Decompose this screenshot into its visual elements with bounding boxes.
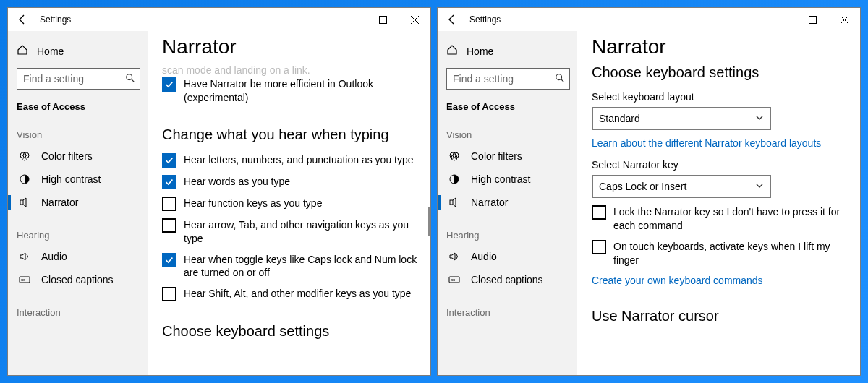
sidebar: Home Find a setting Ease of Access Visio… <box>8 31 148 375</box>
sidebar-category: Ease of Access <box>438 97 577 125</box>
checkbox-hear-letters[interactable] <box>162 153 176 168</box>
checkbox-lock-narrator-key-label: Lock the Narrator key so I don't have to… <box>613 205 848 233</box>
section-cursor-title: Use Narrator cursor <box>592 308 848 324</box>
checkbox-hear-toggle[interactable] <box>162 253 176 267</box>
sidebar-item-narrator[interactable]: Narrator <box>8 191 148 214</box>
page-title: Narrator <box>162 35 419 59</box>
sidebar-item-label: Audio <box>471 251 497 262</box>
commands-link[interactable]: Create your own keyboard commands <box>592 275 848 286</box>
search-input[interactable]: Find a setting <box>446 68 570 90</box>
group-hearing: Hearing <box>438 225 577 245</box>
checkbox-touch-keyboard[interactable] <box>592 240 606 254</box>
section-typing-title: Change what you hear when typing <box>162 126 419 143</box>
svg-text:cc: cc <box>21 277 25 282</box>
minimize-button[interactable] <box>765 9 796 30</box>
chevron-down-icon <box>755 181 764 192</box>
section-keyboard-title: Choose keyboard settings <box>592 64 848 81</box>
sidebar-item-label: High contrast <box>41 173 101 185</box>
section-keyboard-title: Choose keyboard settings <box>162 323 419 340</box>
svg-point-10 <box>556 74 562 79</box>
sidebar-item-label: Narrator <box>471 197 508 208</box>
maximize-button[interactable] <box>367 9 399 30</box>
checkbox-touch-keyboard-label: On touch keyboards, activate keys when I… <box>613 240 848 267</box>
closed-captions-icon: cc <box>448 274 461 285</box>
search-icon <box>555 73 565 85</box>
checkbox-hear-function-label: Hear function keys as you type <box>184 197 322 210</box>
sidebar: Home Find a setting Ease of Access Visio… <box>438 31 577 375</box>
sidebar-home-label: Home <box>37 46 64 57</box>
narrator-icon <box>448 197 461 208</box>
home-icon <box>446 44 458 58</box>
minimize-button[interactable] <box>335 9 367 30</box>
group-vision: Vision <box>438 125 577 145</box>
checkbox-hear-function[interactable] <box>162 197 176 211</box>
narrator-key-value: Caps Lock or Insert <box>599 181 686 192</box>
sidebar-item-high-contrast[interactable]: High contrast <box>8 168 148 191</box>
checkbox-hear-toggle-label: Hear when toggle keys like Caps lock and… <box>184 253 419 280</box>
svg-rect-6 <box>20 200 23 205</box>
window-title: Settings <box>40 14 71 25</box>
content-pane: Narrator Choose keyboard settings Select… <box>577 31 860 375</box>
svg-rect-15 <box>450 200 453 205</box>
search-placeholder: Find a setting <box>453 73 514 85</box>
keyboard-layout-value: Standard <box>599 113 640 124</box>
group-vision: Vision <box>8 125 148 145</box>
close-button[interactable] <box>399 9 430 30</box>
scrollbar-thumb[interactable] <box>428 207 430 236</box>
audio-icon <box>18 251 31 262</box>
sidebar-item-audio[interactable]: Audio <box>8 245 148 268</box>
closed-captions-icon: cc <box>18 274 31 285</box>
maximize-button[interactable] <box>796 9 828 30</box>
svg-point-1 <box>127 74 132 79</box>
high-contrast-icon <box>18 173 31 185</box>
sidebar-item-narrator[interactable]: Narrator <box>438 191 577 214</box>
sidebar-item-label: Narrator <box>41 197 78 208</box>
back-button[interactable] <box>442 9 462 30</box>
sidebar-item-label: High contrast <box>471 173 530 185</box>
narrator-icon <box>18 197 31 208</box>
group-interaction: Interaction <box>438 303 577 322</box>
sidebar-category: Ease of Access <box>8 97 148 125</box>
page-title: Narrator <box>592 35 848 59</box>
clipped-text: scan mode and landing on a link. <box>162 64 419 76</box>
checkbox-hear-modifier-label: Hear Shift, Alt, and other modifier keys… <box>184 287 411 301</box>
sidebar-item-color-filters[interactable]: Color filters <box>8 145 148 168</box>
close-button[interactable] <box>828 9 860 30</box>
sidebar-item-label: Audio <box>41 251 67 262</box>
chevron-down-icon <box>755 113 764 124</box>
checkbox-hear-arrow[interactable] <box>162 218 176 233</box>
layout-link[interactable]: Learn about the different Narrator keybo… <box>592 137 848 149</box>
checkbox-hear-modifier[interactable] <box>162 287 176 301</box>
svg-text:cc: cc <box>451 277 455 282</box>
checkbox-hear-words-label: Hear words as you type <box>184 175 290 189</box>
sidebar-item-closed-captions[interactable]: cc Closed captions <box>438 268 577 291</box>
sidebar-item-color-filters[interactable]: Color filters <box>438 145 577 168</box>
checkbox-hear-letters-label: Hear letters, numbers, and punctuation a… <box>184 153 414 167</box>
back-button[interactable] <box>12 9 33 30</box>
svg-rect-0 <box>379 16 386 23</box>
checkbox-lock-narrator-key[interactable] <box>592 205 606 220</box>
sidebar-item-label: Color filters <box>41 150 93 162</box>
search-icon <box>125 73 135 85</box>
group-interaction: Interaction <box>8 303 148 322</box>
titlebar: Settings <box>438 8 860 31</box>
sidebar-item-label: Color filters <box>471 150 522 162</box>
group-hearing: Hearing <box>8 225 148 245</box>
checkbox-hear-arrow-label: Hear arrow, Tab, and other navigation ke… <box>184 218 419 246</box>
sidebar-item-high-contrast[interactable]: High contrast <box>438 168 577 191</box>
keyboard-layout-select[interactable]: Standard <box>592 107 771 130</box>
checkbox-hear-words[interactable] <box>162 175 176 189</box>
sidebar-item-closed-captions[interactable]: cc Closed captions <box>8 268 148 291</box>
color-filters-icon <box>448 150 461 162</box>
search-placeholder: Find a setting <box>23 73 84 85</box>
sidebar-item-label: Closed captions <box>41 274 114 285</box>
audio-icon <box>448 251 461 262</box>
sidebar-home[interactable]: Home <box>8 38 148 64</box>
sidebar-home[interactable]: Home <box>438 38 577 64</box>
narrator-key-select[interactable]: Caps Lock or Insert <box>592 175 771 198</box>
sidebar-item-audio[interactable]: Audio <box>438 245 577 268</box>
checkbox-outlook[interactable] <box>162 77 176 92</box>
search-input[interactable]: Find a setting <box>17 68 140 90</box>
sidebar-item-label: Closed captions <box>471 274 543 285</box>
svg-rect-9 <box>809 16 816 23</box>
